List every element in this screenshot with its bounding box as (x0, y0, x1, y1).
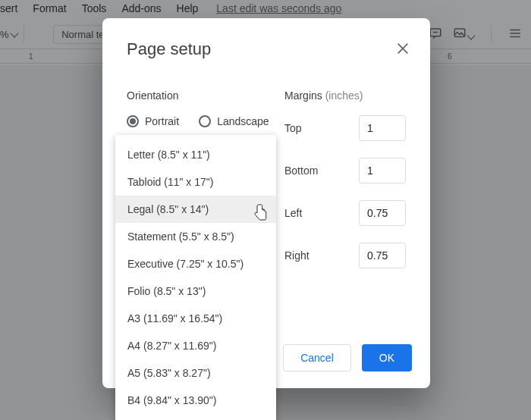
cancel-button[interactable]: Cancel (283, 344, 351, 371)
radio-landscape[interactable]: Landscape (199, 115, 269, 127)
paper-size-option-a5[interactable]: A5 (5.83" x 8.27") (115, 359, 276, 387)
close-button[interactable] (395, 41, 410, 56)
radio-landscape-label: Landscape (217, 115, 269, 127)
paper-size-option-executive[interactable]: Executive (7.25" x 10.5") (115, 250, 276, 277)
paper-size-option-legal[interactable]: Legal (8.5" x 14") (115, 196, 276, 223)
ok-button[interactable]: OK (362, 344, 412, 371)
margin-left-label: Left (284, 207, 359, 219)
paper-size-option-tabloid[interactable]: Tabloid (11" x 17") (115, 168, 276, 196)
radio-icon (127, 115, 139, 127)
paper-size-option-b5[interactable]: B5 (6.93" x 9.84") (115, 414, 276, 420)
radio-portrait[interactable]: Portrait (127, 115, 179, 127)
margin-right-input[interactable] (359, 243, 406, 268)
margin-left-input[interactable] (359, 200, 406, 226)
radio-icon (199, 115, 211, 127)
margin-bottom-label: Bottom (284, 165, 359, 177)
paper-size-option-a4[interactable]: A4 (8.27" x 11.69") (115, 332, 276, 359)
radio-portrait-label: Portrait (145, 115, 179, 127)
margin-bottom-input[interactable] (359, 158, 406, 183)
paper-size-option-folio[interactable]: Folio (8.5" x 13") (115, 277, 276, 305)
paper-size-option-b4[interactable]: B4 (9.84" x 13.90") (115, 387, 276, 414)
close-icon (395, 41, 410, 56)
dialog-title: Page setup (127, 39, 406, 59)
margin-top-input[interactable] (359, 115, 406, 141)
paper-size-menu: Letter (8.5" x 11") Tabloid (11" x 17") … (115, 135, 276, 420)
paper-size-option-statement[interactable]: Statement (5.5" x 8.5") (115, 223, 276, 250)
margin-right-label: Right (284, 249, 359, 262)
paper-size-option-letter[interactable]: Letter (8.5" x 11") (115, 141, 276, 168)
paper-size-option-a3[interactable]: A3 (11.69" x 16.54") (115, 305, 276, 332)
orientation-label: Orientation (127, 89, 284, 102)
margin-top-label: Top (284, 122, 359, 134)
margins-label: Margins (inches) (284, 89, 406, 102)
